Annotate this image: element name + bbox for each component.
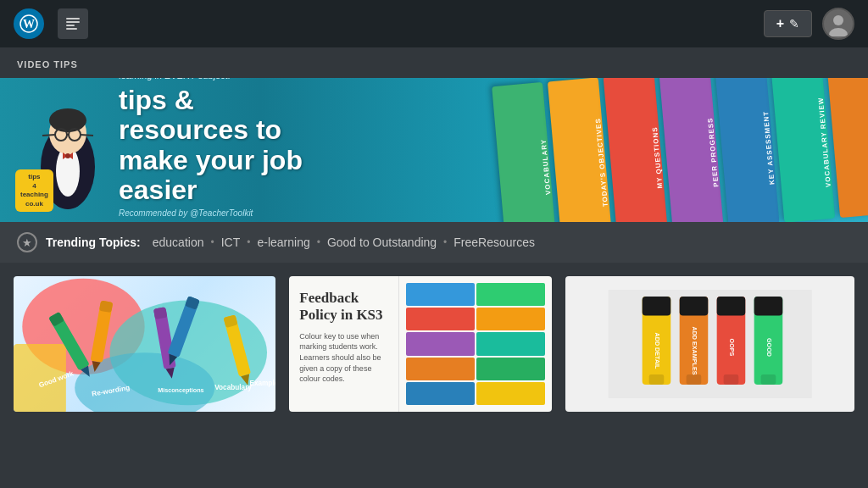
banner-tagline: Resources designed to improve teaching a… [119, 78, 331, 80]
separator-4: • [443, 236, 447, 248]
svg-rect-48 [648, 374, 664, 385]
user-avatar[interactable] [822, 8, 854, 40]
admin-bar-left: W [14, 8, 88, 39]
svg-rect-5 [66, 28, 77, 30]
book-card: MY QUESTIONS [604, 78, 668, 222]
logo-badge: tips4teachingco.uk [15, 169, 53, 212]
svg-text:ADD EXAMPLES: ADD EXAMPLES [690, 326, 698, 374]
book-card: PEER PROGRESS [659, 78, 723, 222]
admin-bar: W + ✎ [0, 0, 868, 47]
separator-2: • [247, 236, 250, 248]
topic-elearning[interactable]: e-learning [257, 236, 309, 249]
topic-education[interactable]: education [153, 236, 204, 249]
svg-rect-60 [760, 374, 776, 385]
banner-books: VOCABULARY TODAY'S OBJECTIVES MY QUESTIO… [492, 78, 868, 222]
svg-text:Vocabulary: Vocabulary [214, 384, 252, 391]
banner-text: Resources designed to improve teaching a… [0, 78, 356, 222]
video-grid: Good work Re-wording Misconceptions Voca… [0, 263, 868, 412]
post-list-icon[interactable] [58, 8, 88, 39]
banner: tips4teachingco.uk Resources designed to… [0, 78, 868, 222]
topic-free-resources[interactable]: FreeResources [453, 236, 535, 249]
banner-recommended: Recommended by @TeacherToolkit [119, 208, 331, 218]
video-card-3[interactable]: ADD DETAIL ADD EXAMPLES OOPS [565, 276, 854, 412]
trending-label: Trending Topics: [46, 236, 141, 249]
video-card-1[interactable]: Good work Re-wording Misconceptions Voca… [14, 276, 275, 412]
svg-rect-32 [153, 307, 167, 319]
svg-rect-29 [99, 300, 113, 313]
book-card: TODAY'S OBJECTIVES [548, 78, 612, 222]
admin-bar-right: + ✎ [764, 8, 854, 40]
svg-text:Misconceptions: Misconceptions [158, 386, 203, 394]
new-button-label: ✎ [789, 17, 799, 30]
svg-point-7 [833, 15, 843, 25]
svg-rect-52 [686, 374, 701, 385]
svg-text:Examples: Examples [249, 380, 275, 387]
topic-good-to-outstanding[interactable]: Good to Outstanding [327, 236, 437, 249]
svg-rect-4 [66, 25, 75, 26]
video-card-2[interactable]: Feedback Policy in KS3 Colour key to use… [289, 276, 551, 412]
svg-rect-55 [716, 297, 745, 315]
svg-rect-59 [754, 297, 782, 315]
banner-title: tips & resources to make your job easier [119, 86, 331, 205]
svg-text:W: W [23, 18, 35, 30]
topic-ict[interactable]: ICT [221, 236, 241, 249]
svg-rect-51 [679, 297, 708, 315]
separator-1: • [210, 236, 214, 248]
section-label: VIDEO TIPS [0, 47, 868, 78]
svg-rect-56 [723, 374, 738, 385]
separator-3: • [317, 236, 320, 248]
plus-icon: + [776, 16, 784, 31]
book-card: KEY ASSESSMENT [715, 78, 779, 222]
main-content: VIDEO TIPS [0, 47, 868, 412]
svg-text:OOPS: OOPS [727, 339, 735, 357]
wordpress-logo[interactable]: W [14, 8, 44, 39]
svg-text:ADD DETAIL: ADD DETAIL [653, 333, 660, 370]
card-2-subtitle: Colour key to use when marking students … [299, 331, 388, 385]
new-post-button[interactable]: + ✎ [764, 10, 812, 37]
card-2-title: Feedback Policy in KS3 [299, 290, 388, 324]
book-card: VOCABULARY REVIEW [771, 78, 835, 222]
svg-rect-3 [66, 21, 80, 23]
book-card: VOCABULARY [492, 82, 556, 222]
trending-bar: ★ Trending Topics: education • ICT • e-l… [0, 222, 868, 263]
trending-topics: education • ICT • e-learning • Good to O… [153, 236, 535, 249]
svg-rect-2 [66, 18, 80, 19]
svg-text:GOOD: GOOD [765, 338, 772, 357]
star-icon: ★ [17, 232, 37, 252]
svg-rect-47 [642, 297, 670, 315]
